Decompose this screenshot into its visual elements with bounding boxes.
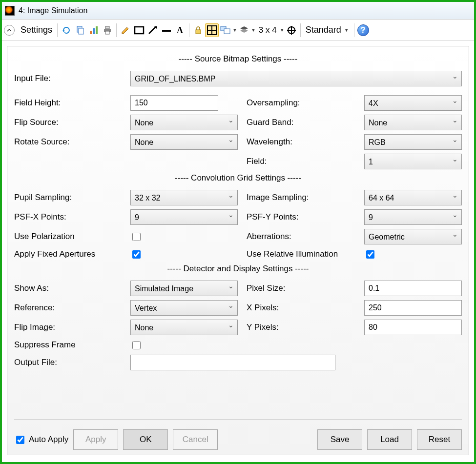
auto-apply-wrap[interactable]: Auto Apply: [14, 434, 68, 445]
svg-line-11: [149, 27, 156, 34]
lock-button[interactable]: [191, 23, 205, 37]
layers-button[interactable]: [237, 23, 251, 37]
collapse-settings-button[interactable]: [4, 25, 15, 36]
auto-apply-label: Auto Apply: [29, 435, 68, 444]
svg-rect-20: [224, 29, 230, 34]
pixel-size-input[interactable]: [364, 281, 462, 296]
y-pixels-input[interactable]: [364, 320, 462, 335]
label-flip-source: Flip Source:: [14, 115, 122, 130]
pencil-icon: [121, 25, 130, 35]
print-button[interactable]: [101, 23, 114, 37]
oversampling-select[interactable]: 4X: [364, 95, 462, 111]
label-x-pixels: X Pixels:: [247, 300, 355, 316]
svg-rect-8: [105, 31, 109, 34]
refresh-icon: [62, 25, 71, 35]
settings-tab[interactable]: Settings: [18, 25, 55, 35]
grid-view-button[interactable]: [205, 23, 219, 37]
layout-dropdown-chevron[interactable]: ▼: [232, 27, 237, 33]
use-polarization-checkbox[interactable]: [132, 233, 141, 241]
lock-icon: [193, 25, 203, 35]
label-y-pixels: Y Pixels:: [247, 320, 355, 335]
field-select[interactable]: 1: [364, 154, 462, 169]
svg-marker-22: [240, 29, 248, 33]
rectangle-icon: [134, 25, 145, 35]
cancel-button[interactable]: Cancel: [173, 429, 218, 450]
target-icon: [287, 25, 296, 35]
layers-icon: [239, 25, 249, 35]
window-frame: 4: Image Simulation Settings: [0, 0, 476, 464]
chevron-up-icon: [7, 28, 12, 33]
target-button[interactable]: [285, 23, 298, 37]
label-show-as: Show As:: [14, 281, 122, 296]
chart-button[interactable]: [87, 23, 101, 37]
label-suppress-frame: Suppress Frame: [14, 337, 122, 353]
label-field-height: Field Height:: [14, 95, 122, 111]
field-height-input[interactable]: [130, 95, 218, 111]
ok-button[interactable]: OK: [123, 429, 168, 450]
psf-x-select[interactable]: 9: [130, 209, 238, 225]
section-source-bitmap: ----- Source Bitmap Settings -----: [14, 54, 462, 64]
window-layout-button[interactable]: [219, 23, 232, 37]
section-detector: ----- Detector and Display Settings ----…: [14, 264, 462, 274]
svg-text:A: A: [177, 25, 183, 35]
mode-dropdown[interactable]: Standard ▼: [303, 25, 352, 35]
svg-rect-15: [196, 30, 201, 34]
x-pixels-input[interactable]: [364, 300, 462, 316]
grid-size-dropdown-chevron[interactable]: ▼: [280, 27, 285, 33]
psf-y-select[interactable]: 9: [364, 209, 462, 225]
apply-fixed-apertures-checkbox[interactable]: [132, 250, 141, 259]
load-button[interactable]: Load: [367, 429, 412, 450]
flip-source-select[interactable]: None: [130, 115, 238, 130]
window-title: 4: Image Simulation: [19, 6, 87, 15]
pupil-sampling-select[interactable]: 32 x 32: [130, 190, 238, 205]
apply-button[interactable]: Apply: [73, 429, 118, 450]
auto-apply-checkbox[interactable]: [16, 436, 24, 444]
grid-size-label: 3 x 4: [256, 25, 280, 35]
svg-rect-13: [162, 30, 171, 32]
label-use-polarization: Use Polarization: [14, 229, 122, 244]
label-input-file: Input File:: [14, 71, 122, 86]
pencil-button[interactable]: [119, 23, 132, 37]
label-image-sampling: Image Sampling:: [247, 190, 355, 205]
svg-rect-4: [93, 28, 95, 34]
suppress-frame-checkbox[interactable]: [132, 341, 141, 349]
label-pixel-size: Pixel Size:: [247, 281, 355, 296]
output-file-input[interactable]: [130, 355, 335, 370]
flip-image-select[interactable]: None: [130, 320, 238, 335]
reset-button[interactable]: Reset: [417, 429, 462, 450]
layout-icon: [220, 25, 231, 35]
label-flip-image: Flip Image:: [14, 320, 122, 335]
label-apply-fixed-apertures: Apply Fixed Apertures: [14, 246, 122, 262]
mode-label: Standard: [306, 25, 341, 35]
text-tool-button[interactable]: A: [173, 23, 187, 37]
reference-select[interactable]: Vertex: [130, 300, 238, 316]
rotate-source-select[interactable]: None: [130, 134, 238, 150]
copy-button[interactable]: [73, 23, 87, 37]
rectangle-tool-button[interactable]: [132, 23, 146, 37]
footer-divider: [14, 419, 462, 420]
show-as-select[interactable]: Simulated Image: [130, 281, 238, 296]
line-weight-icon: [161, 25, 172, 35]
guard-band-select[interactable]: None: [364, 115, 462, 130]
image-sampling-select[interactable]: 64 x 64: [364, 190, 462, 205]
app-icon: [5, 6, 15, 16]
refresh-button[interactable]: [60, 23, 73, 37]
input-file-select[interactable]: GRID_OF_LINES.BMP: [130, 71, 462, 86]
aberrations-select[interactable]: Geometric: [364, 229, 462, 244]
wavelength-select[interactable]: RGB: [364, 134, 462, 150]
use-relative-illumination-checkbox[interactable]: [366, 250, 374, 259]
grid-icon: [207, 25, 217, 36]
label-use-relative-illumination: Use Relative Illumination: [247, 246, 355, 262]
svg-rect-5: [96, 26, 98, 34]
save-button[interactable]: Save: [317, 429, 362, 450]
svg-rect-10: [135, 27, 144, 34]
svg-rect-7: [105, 26, 109, 29]
line-arrow-button[interactable]: [146, 23, 160, 37]
label-guard-band: Guard Band:: [247, 115, 355, 130]
settings-panel: ----- Source Bitmap Settings ----- Input…: [7, 46, 469, 455]
line-weight-button[interactable]: [160, 23, 173, 37]
layers-dropdown-chevron[interactable]: ▼: [251, 27, 256, 33]
label-output-file: Output File:: [14, 355, 122, 370]
footer-bar: Auto Apply Apply OK Cancel Save Load Res…: [14, 424, 462, 450]
help-button[interactable]: ?: [356, 23, 370, 37]
